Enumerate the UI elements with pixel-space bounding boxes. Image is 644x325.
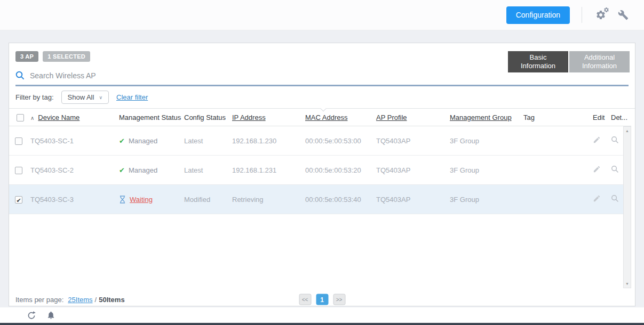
pagination: << 1 >> [299,294,345,305]
management-status-text: Managed [129,166,157,174]
cell-ip-address: 192.168.1.231 [232,166,305,174]
items-per-page: Items per page:25Items/50Items [15,296,125,304]
bottom-status-bar [0,307,644,325]
row-checkbox[interactable]: ✔ [15,196,22,204]
cell-config-status: Modified [184,196,232,204]
table-row[interactable]: ✔ TQ5403-SC-3 Waiting Modified Retrievin… [9,185,623,214]
edit-icon[interactable] [593,196,601,204]
checkbox-check-icon: ✔ [16,197,21,204]
configuration-button[interactable]: Configuration [506,6,570,24]
cell-config-status: Latest [184,137,232,145]
cell-management-group: 3F Group [450,137,523,145]
table-scrollbar[interactable]: ▲ ▼ [623,126,631,288]
cell-management-status: ✔ Managed [119,166,184,174]
managed-check-icon: ✔ [119,137,125,145]
column-mac-address[interactable]: MAC Address [305,113,376,121]
cell-management-status: Waiting [119,196,184,204]
badges: 3 AP 1 SELECTED [15,51,90,62]
filter-by-tag-label: Filter by tag: [15,93,54,101]
cell-ip-address: 192.168.1.230 [232,137,305,145]
tab-additional-information[interactable]: Additional Information [569,51,630,72]
items-50-label: 50Items [99,296,124,304]
sort-ascending-icon: ∧ [30,115,34,121]
cell-config-status: Latest [184,166,232,174]
column-management-status: Management Status [119,113,184,121]
column-mac-address-link[interactable]: MAC Address [305,113,347,121]
table-row[interactable]: TQ5403-SC-1 ✔ Managed Latest 192.168.1.2… [9,126,623,156]
cell-device-name: TQ5403-SC-3 [30,196,119,204]
clear-filter-link[interactable]: Clear filter [116,93,148,101]
column-tag: Tag [523,113,593,121]
cell-ap-profile: TQ5403AP [376,166,450,174]
hourglass-icon [119,196,126,204]
settings-gears-icon[interactable] [594,8,608,22]
select-all-checkbox[interactable] [17,114,24,121]
column-ap-profile-link[interactable]: AP Profile [376,113,407,121]
ap-list-panel: 3 AP 1 SELECTED Basic Information Additi… [9,43,635,306]
items-separator: / [95,296,97,304]
row-checkbox[interactable] [15,137,22,145]
table-body: TQ5403-SC-1 ✔ Managed Latest 192.168.1.2… [9,126,623,288]
ap-table: ∧Device Name Management Status Config St… [9,108,635,288]
scroll-up-icon[interactable]: ▲ [624,129,631,133]
items-25-link[interactable]: 25Items [68,296,92,304]
cell-mac-address: 00:00:5e:00:53:20 [305,166,376,174]
details-search-icon[interactable] [611,167,619,175]
tab-basic-information[interactable]: Basic Information [508,51,568,72]
cell-ap-profile: TQ5403AP [376,196,450,204]
app-window: Configuration 3 AP 1 SELECTED Basic Info… [0,0,644,325]
search-input[interactable] [30,71,629,80]
search-icon [15,71,25,80]
column-ip-address[interactable]: IP Address [232,113,305,121]
edit-icon[interactable] [593,137,601,145]
page-1-button[interactable]: 1 [316,294,328,305]
column-device-name-link[interactable]: Device Name [38,113,79,121]
tag-filter-value: Show All [68,93,94,101]
table-row[interactable]: TQ5403-SC-2 ✔ Managed Latest 192.168.1.2… [9,156,623,185]
ap-count-badge: 3 AP [15,51,38,62]
column-edit: Edit [593,113,611,121]
info-tabs: Basic Information Additional Information [508,43,630,72]
toolbar-divider [582,7,582,23]
column-config-status: Config Status [184,113,232,121]
top-toolbar: Configuration [0,0,644,30]
cell-ap-profile: TQ5403AP [376,137,450,145]
waiting-status-link[interactable]: Waiting [130,196,153,204]
cell-management-status: ✔ Managed [119,137,184,145]
details-search-icon[interactable] [611,196,619,204]
chevron-down-icon: ∨ [99,95,102,100]
notifications-bell-icon[interactable] [46,311,55,320]
cell-device-name: TQ5403-SC-2 [30,166,119,174]
tag-filter-dropdown[interactable]: Show All ∨ [61,91,109,104]
tools-wrench-icon[interactable] [616,8,630,22]
column-management-group-link[interactable]: Management Group [450,113,512,121]
cell-device-name: TQ5403-SC-1 [30,137,119,145]
cell-mac-address: 00:00:5e:00:53:40 [305,196,376,204]
search-bar [15,71,629,86]
scroll-down-icon[interactable]: ▼ [624,282,631,286]
column-management-group[interactable]: Management Group [450,113,523,121]
cell-management-group: 3F Group [450,166,523,174]
column-ip-address-link[interactable]: IP Address [232,113,266,121]
cell-management-group: 3F Group [450,196,523,204]
panel-header: 3 AP 1 SELECTED Basic Information Additi… [9,43,635,69]
cell-mac-address: 00:00:5e:00:53:00 [305,137,376,145]
next-page-button[interactable]: >> [333,294,345,305]
prev-page-button[interactable]: << [299,294,311,305]
row-checkbox[interactable] [15,167,22,174]
items-per-page-label: Items per page: [15,296,63,304]
edit-icon[interactable] [593,167,601,175]
header-notch [319,108,328,113]
column-device-name[interactable]: ∧Device Name [30,113,119,121]
column-ap-profile[interactable]: AP Profile [376,113,450,121]
management-status-text: Managed [129,137,157,145]
column-details: Det... [611,113,631,121]
selected-count-badge: 1 SELECTED [43,51,90,62]
cell-ip-address: Retrieving [232,196,305,204]
managed-check-icon: ✔ [119,166,125,174]
filter-row: Filter by tag: Show All ∨ Clear filter [9,86,635,108]
details-search-icon[interactable] [611,137,619,145]
refresh-icon[interactable] [27,311,36,320]
